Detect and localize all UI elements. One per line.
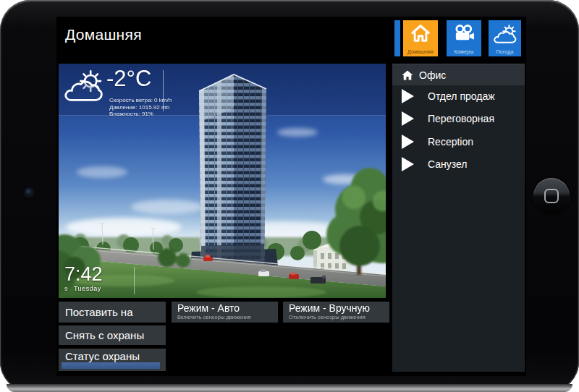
sidebar-item-office[interactable]: Офис: [392, 64, 525, 85]
arm-button[interactable]: Поставить на охрану: [59, 302, 166, 323]
temperature-value: -2°C: [106, 66, 151, 92]
play-triangle-icon: [402, 135, 414, 149]
status-progress-bar: [62, 362, 160, 369]
mode-manual-button[interactable]: Режим - Вручную Отключить сенсоры движен…: [283, 302, 389, 323]
clock-day: 9: [64, 286, 68, 292]
sun-cloud-icon: [493, 24, 517, 46]
clock-weekday: Tuesday: [74, 285, 101, 292]
sidebar-item-label: Санузел: [428, 153, 468, 176]
sidebar-item-reception[interactable]: Reception: [392, 131, 525, 153]
mode-manual-subtitle: Отключить сенсоры движения: [283, 314, 389, 320]
home-hardware-button[interactable]: [533, 178, 570, 214]
page-title: Домашняя: [65, 26, 142, 43]
nav-button-cameras[interactable]: Камеры: [447, 20, 481, 56]
status-button[interactable]: Статус охраны: [59, 349, 166, 371]
mode-auto-subtitle: Включить сенсоры движения: [172, 314, 278, 320]
screen: Домашняя Домашняя Камеры: [56, 17, 526, 376]
clock-divider: [134, 267, 135, 294]
tablet-bottom-edge: [7, 384, 572, 392]
sidebar-item-label: Отдел продаж: [428, 85, 495, 108]
clock-time: 7:42: [64, 264, 103, 284]
mode-manual-label: Режим - Вручную: [283, 302, 389, 314]
video-camera-icon: [453, 24, 475, 42]
play-triangle-icon: [402, 89, 414, 103]
humidity: Влажность: 91%: [109, 111, 172, 118]
disarm-button[interactable]: Снять с охраны: [59, 325, 166, 345]
sidebar-item-label: Reception: [428, 131, 473, 153]
sidebar-item-sales[interactable]: Отдел продаж: [392, 85, 525, 108]
sidebar-item-meeting-room[interactable]: Переговорная: [392, 108, 525, 130]
disarm-button-label: Снять с охраны: [59, 325, 166, 345]
building-photo-scene: [59, 64, 386, 298]
house-icon: [402, 70, 413, 80]
sidebar-item-label: Переговорная: [428, 108, 494, 130]
rooms-sidebar: Офис Отдел продаж Переговорная Reception…: [392, 64, 525, 372]
building-photo: -2°C Скорость ветра: 0 km/h Давление: 10…: [59, 64, 386, 298]
nav-button-home[interactable]: Домашняя: [403, 20, 438, 56]
sidebar-item-bathroom[interactable]: Санузел: [392, 153, 525, 176]
house-icon: [410, 24, 431, 43]
clock-widget: 7:42 9Tuesday: [64, 264, 103, 292]
clock-date: 9Tuesday: [64, 285, 103, 292]
mode-auto-label: Режим - Авто: [172, 302, 278, 314]
nav-partial-button[interactable]: [394, 20, 400, 56]
nav-cameras-label: Камеры: [447, 49, 481, 54]
sidebar-item-label: Офис: [419, 64, 446, 86]
nav-home-label: Домашняя: [403, 49, 438, 54]
sun-cloud-icon: [63, 69, 105, 105]
nav-weather-label: Погода: [489, 49, 521, 54]
front-camera: [24, 187, 34, 197]
mode-auto-button[interactable]: Режим - Авто Включить сенсоры движения: [172, 302, 278, 323]
weather-divider: [163, 70, 164, 111]
play-triangle-icon: [402, 157, 414, 171]
nav-button-weather[interactable]: Погода: [489, 20, 521, 56]
home-button-square-icon: [544, 189, 559, 203]
tablet-frame: Домашняя Домашняя Камеры: [0, 0, 579, 392]
play-triangle-icon: [402, 111, 414, 126]
